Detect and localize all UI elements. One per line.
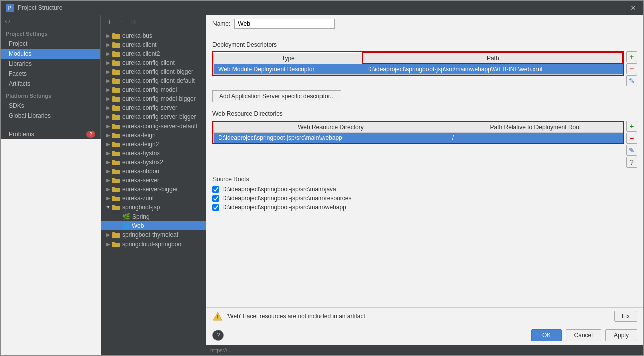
apply-button[interactable]: Apply <box>605 329 637 341</box>
tree-item-eureka-config-server-bigger[interactable]: ▶ eureka-config-server-bigger <box>101 112 206 122</box>
deployment-table-border: Type Path Web Module Deployment Descript… <box>212 51 624 76</box>
svg-rect-18 <box>112 106 120 111</box>
tree-item-eureka-config-client-bigger[interactable]: ▶ eureka-config-client-bigger <box>101 67 206 76</box>
sidebar-item-global-libraries[interactable]: Global Libraries <box>1 111 100 121</box>
tree-item-eureka-config-client[interactable]: ▶ eureka-config-client <box>101 58 206 67</box>
tree-item-label: eureka-config-client-bigger <box>122 68 193 75</box>
tree-item-eureka-config-server[interactable]: ▶ eureka-config-server <box>101 103 206 112</box>
tree-item-eureka-client2[interactable]: ▶ eureka-client2 <box>101 49 206 58</box>
url-text: https://... <box>210 347 232 353</box>
ok-button[interactable]: OK <box>531 329 562 341</box>
source-root-item-resources: D:\ideaproject\springboot-jsp\src\main\r… <box>212 195 637 202</box>
tree-item-eureka-ribbon[interactable]: ▶ eureka-ribbon <box>101 167 206 176</box>
source-roots-list: D:\ideaproject\springboot-jsp\src\main\j… <box>212 186 637 211</box>
svg-rect-25 <box>112 133 115 134</box>
project-structure-dialog: P Project Structure ✕ ‹ › Project Settin… <box>0 0 644 356</box>
deployment-remove-button[interactable]: − <box>626 63 637 74</box>
sidebar-item-libraries[interactable]: Libraries <box>1 59 100 69</box>
svg-rect-22 <box>112 125 120 129</box>
tree-item-eureka-config-server-default[interactable]: ▶ eureka-config-server-default <box>101 122 206 131</box>
deployment-edit-button[interactable]: ✎ <box>626 75 637 86</box>
tree-item-label: eureka-server <box>122 177 159 184</box>
web-resource-row[interactable]: D:\ideaproject\springboot-jsp\src\main\w… <box>214 133 623 143</box>
svg-rect-9 <box>112 60 115 62</box>
svg-text:!: ! <box>217 314 219 320</box>
fix-button[interactable]: Fix <box>614 311 637 322</box>
tree-item-eureka-server-bigger[interactable]: ▶ eureka-server-bigger <box>101 185 206 194</box>
expand-icon: ▶ <box>105 105 111 111</box>
svg-rect-45 <box>112 242 115 243</box>
tree-item-eureka-hystrix2[interactable]: ▶ eureka-hystrix2 <box>101 158 206 167</box>
svg-rect-30 <box>112 161 120 165</box>
source-root-checkbox-resources[interactable] <box>212 195 219 202</box>
col-type-header: Type <box>214 53 363 64</box>
tree-item-eureka-bus[interactable]: ▶ eureka-bus <box>101 31 206 40</box>
source-root-item-webapp: D:\ideaproject\springboot-jsp\src\main\w… <box>212 204 637 211</box>
warning-message: 'Web' Facet resources are not included i… <box>227 313 610 320</box>
sidebar-item-sdks[interactable]: SDKs <box>1 101 100 111</box>
tree-item-spring[interactable]: 🌿 Spring <box>101 212 206 221</box>
copy-module-button[interactable]: ⧉ <box>128 17 138 27</box>
deployment-add-button[interactable]: + <box>626 51 637 62</box>
tree-item-label: eureka-zuul <box>122 195 154 202</box>
svg-rect-35 <box>112 178 115 179</box>
svg-text:P: P <box>8 5 12 11</box>
svg-rect-43 <box>112 232 115 234</box>
close-button[interactable]: ✕ <box>628 3 638 13</box>
forward-arrow[interactable]: › <box>8 17 11 25</box>
tree-item-eureka-hystrix[interactable]: ▶ eureka-hystrix <box>101 149 206 158</box>
tree-item-eureka-feign[interactable]: ▶ eureka-feign <box>101 131 206 140</box>
svg-rect-36 <box>112 188 120 192</box>
deployment-descriptor-row[interactable]: Web Module Deployment Descriptor D:\idea… <box>214 64 623 75</box>
source-root-checkbox-java[interactable] <box>212 186 219 193</box>
tree-item-web[interactable]: 🌐 Web <box>101 221 206 230</box>
folder-icon <box>112 87 120 93</box>
svg-rect-23 <box>112 124 115 125</box>
expand-icon: ▶ <box>105 123 111 129</box>
web-resource-section: Web Resource Directory Path Relative to … <box>212 121 637 168</box>
sidebar-item-problems[interactable]: Problems 2 <box>1 129 100 139</box>
svg-rect-7 <box>112 51 115 53</box>
web-resource-remove-button[interactable]: − <box>626 133 637 144</box>
remove-module-button[interactable]: − <box>116 17 126 27</box>
help-button[interactable]: ? <box>212 330 224 341</box>
tree-item-eureka-config-model[interactable]: ▶ eureka-config-model <box>101 85 206 94</box>
tree-item-eureka-client[interactable]: ▶ eureka-client <box>101 40 206 49</box>
tree-item-springboot-jsp[interactable]: ▼ springboot-jsp <box>101 203 206 212</box>
source-root-path-java: D:\ideaproject\springboot-jsp\src\main\j… <box>222 186 336 193</box>
back-arrow[interactable]: ‹ <box>5 17 7 25</box>
svg-rect-42 <box>112 233 120 238</box>
tree-item-eureka-zuul[interactable]: ▶ eureka-zuul <box>101 194 206 203</box>
tree-item-eureka-feign2[interactable]: ▶ eureka-feign2 <box>101 140 206 149</box>
sidebar-item-artifacts[interactable]: Artifacts <box>1 79 100 89</box>
folder-icon <box>112 186 120 192</box>
tree-item-springcloud-springboot[interactable]: ▶ springcloud-springboot <box>101 240 206 249</box>
svg-rect-2 <box>112 34 120 39</box>
cancel-button[interactable]: Cancel <box>566 329 601 341</box>
tree-item-springboot-thymeleaf[interactable]: ▶ springboot-thymeleaf <box>101 230 206 240</box>
col-path-relative-header: Path Relative to Deployment Root <box>448 122 623 133</box>
expand-icon: ▶ <box>105 132 111 138</box>
tree-item-label: eureka-client <box>122 41 157 48</box>
web-resource-edit-button[interactable]: ✎ <box>626 145 637 156</box>
footer-left: ? <box>212 330 527 341</box>
add-descriptor-button[interactable]: Add Application Server specific descript… <box>212 90 341 102</box>
tree-item-eureka-config-model-bigger[interactable]: ▶ eureka-config-model-bigger <box>101 94 206 103</box>
web-resource-add-button[interactable]: + <box>626 121 637 132</box>
warning-icon: ! <box>212 311 223 321</box>
folder-icon <box>112 51 120 57</box>
tree-item-eureka-server[interactable]: ▶ eureka-server <box>101 176 206 185</box>
expand-icon: ▶ <box>105 78 111 84</box>
web-resource-help-button[interactable]: ? <box>626 157 637 168</box>
tree-item-eureka-config-client-default[interactable]: ▶ eureka-config-client-default <box>101 76 206 85</box>
tree-item-label: eureka-hystrix <box>122 150 160 157</box>
sidebar-item-modules[interactable]: Modules <box>1 49 100 59</box>
left-panel: ‹ › Project Settings Project Modules Lib… <box>1 15 101 139</box>
add-module-button[interactable]: + <box>104 17 114 27</box>
expand-icon: ▶ <box>105 87 111 93</box>
sidebar-item-project[interactable]: Project <box>1 39 100 49</box>
sidebar-item-facets[interactable]: Facets <box>1 69 100 79</box>
svg-rect-41 <box>112 205 115 206</box>
name-input[interactable] <box>234 19 335 29</box>
source-root-checkbox-webapp[interactable] <box>212 204 219 211</box>
